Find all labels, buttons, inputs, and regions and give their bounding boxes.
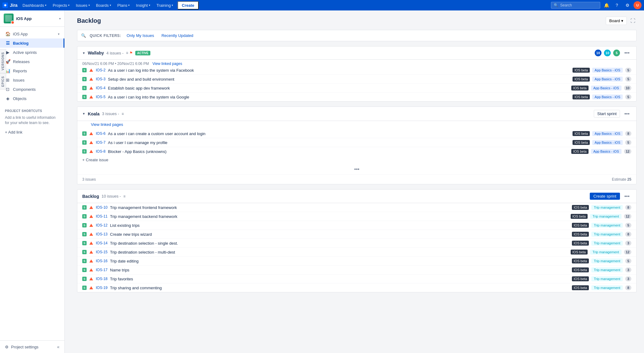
epics-tab[interactable]: EPICS bbox=[0, 73, 6, 90]
search-box[interactable]: 🔍 Search bbox=[551, 2, 600, 9]
issue-row[interactable]: S IOS-13 Create new trips wizard IOS bet… bbox=[77, 230, 636, 239]
sidebar-item-releases[interactable]: 🚀 Releases bbox=[0, 57, 64, 66]
nav-dashboards[interactable]: Dashboards▾ bbox=[20, 2, 49, 9]
issue-key[interactable]: IOS-18 bbox=[96, 277, 108, 281]
board-button[interactable]: Board ▾ bbox=[606, 17, 627, 25]
issue-key[interactable]: IOS-13 bbox=[96, 232, 108, 236]
issue-row[interactable]: S IOS-17 Name trips IOS beta Trip manage… bbox=[77, 266, 636, 275]
flag-icon: ⚑ bbox=[129, 51, 133, 55]
issue-key[interactable]: IOS-11 bbox=[96, 214, 108, 219]
sidebar-item-issues[interactable]: ⊞ Issues bbox=[0, 75, 64, 85]
issue-summary: As a user i can log into the system via … bbox=[108, 95, 570, 99]
ios-beta-tag: IOS beta bbox=[572, 205, 589, 210]
settings-button[interactable]: ⚙ bbox=[623, 1, 632, 10]
issue-row[interactable]: S IOS-7 As i user I can manage my profil… bbox=[77, 138, 636, 147]
notifications-button[interactable]: 🔔 bbox=[602, 1, 611, 10]
issue-key[interactable]: IOS-17 bbox=[96, 268, 108, 272]
issue-key[interactable]: IOS-4 bbox=[96, 86, 105, 90]
add-link-button[interactable]: + Add link bbox=[0, 128, 64, 136]
home-icon: 🏠 bbox=[5, 31, 10, 36]
nav-training[interactable]: Training▾ bbox=[154, 2, 176, 9]
issue-row[interactable]: S IOS-18 Trip favorites IOS beta Trip ma… bbox=[77, 275, 636, 283]
issue-type-icon: S bbox=[82, 268, 87, 272]
sprint-backlog-menu[interactable]: ••• bbox=[622, 193, 631, 200]
issue-type-icon: S bbox=[82, 232, 87, 236]
sprint-wallaby-toggle[interactable]: ▼ bbox=[82, 51, 85, 55]
issue-row[interactable]: S IOS-11 Trip management backend framewo… bbox=[77, 212, 636, 221]
objects-icon: ◈ bbox=[5, 96, 10, 101]
story-points: 12 bbox=[624, 250, 631, 255]
issue-summary: As a user i can create a custom user acc… bbox=[108, 131, 570, 136]
recently-updated-filter[interactable]: Recently Updated bbox=[160, 33, 195, 38]
sidebar-item-active-sprints[interactable]: ▶ Active sprints bbox=[0, 48, 64, 57]
issue-row[interactable]: S IOS-16 Trip date editing IOS beta Trip… bbox=[77, 257, 636, 266]
create-issue-link[interactable]: + Create issue bbox=[77, 156, 636, 164]
sprint-koala-ellipsis[interactable]: ••• bbox=[77, 164, 636, 174]
user-avatar[interactable]: U bbox=[634, 1, 642, 9]
issue-row[interactable]: S IOS-4 Establish basic app dev framewor… bbox=[77, 84, 636, 93]
issue-key[interactable]: IOS-19 bbox=[96, 286, 108, 290]
nav-insight[interactable]: Insight▾ bbox=[133, 2, 153, 9]
nav-plans[interactable]: Plans▾ bbox=[115, 2, 132, 9]
issue-summary: Trip management frontend framework bbox=[110, 205, 569, 210]
issue-row[interactable]: S IOS-12 List existing trips IOS beta Tr… bbox=[77, 221, 636, 230]
issue-row[interactable]: S IOS-2 As a user i can log into the sys… bbox=[77, 66, 636, 75]
ios-beta-tag: IOS beta bbox=[571, 149, 588, 154]
sprint-wallaby-menu[interactable]: ••• bbox=[622, 50, 631, 56]
sidebar-item-objects[interactable]: ◈ Objects bbox=[0, 94, 64, 103]
issue-row[interactable]: S IOS-6 As a user i can create a custom … bbox=[77, 129, 636, 138]
help-button[interactable]: ? bbox=[613, 1, 621, 10]
project-settings-link[interactable]: ⚙ Project settings « bbox=[0, 340, 64, 353]
ios-beta-tag: IOS beta bbox=[571, 250, 588, 255]
issue-right: IOS beta Trip management 3 bbox=[572, 267, 631, 272]
nav-issues[interactable]: Issues▾ bbox=[73, 2, 92, 9]
sprint-koala-issues: S IOS-6 As a user i can create a custom … bbox=[77, 129, 636, 156]
jira-logo[interactable]: Jira bbox=[2, 2, 18, 8]
issue-key[interactable]: IOS-12 bbox=[96, 223, 108, 227]
collapse-icon[interactable]: « bbox=[57, 344, 59, 349]
nav-projects[interactable]: Projects▾ bbox=[50, 2, 72, 9]
issue-type-icon: S bbox=[82, 286, 87, 290]
issue-row[interactable]: S IOS-19 Trip sharing and commenting IOS… bbox=[77, 283, 636, 292]
story-points: 8 bbox=[625, 131, 631, 136]
sprint-koala-right: Start sprint ••• bbox=[594, 110, 631, 118]
issue-key[interactable]: IOS-14 bbox=[96, 241, 108, 245]
issue-row[interactable]: S IOS-14 Trip destination selection - si… bbox=[77, 239, 636, 248]
view-linked-pages-koala[interactable]: View linked pages bbox=[91, 122, 123, 127]
versions-tab[interactable]: VERSIONS bbox=[0, 49, 6, 73]
start-sprint-button[interactable]: Start sprint bbox=[594, 110, 620, 118]
project-header[interactable]: iOS App ▾ bbox=[0, 10, 64, 27]
fullscreen-button[interactable]: ⛶ bbox=[629, 17, 637, 25]
issue-row[interactable]: S IOS-15 Trip destination selection - mu… bbox=[77, 248, 636, 257]
sidebar-item-components[interactable]: ⊡ Components bbox=[0, 85, 64, 94]
issue-key[interactable]: IOS-15 bbox=[96, 250, 108, 254]
create-button[interactable]: Create bbox=[177, 1, 198, 10]
issue-key[interactable]: IOS-6 bbox=[96, 131, 105, 136]
issue-key[interactable]: IOS-5 bbox=[96, 95, 105, 99]
story-points: 12 bbox=[624, 149, 631, 154]
sidebar-item-ios-app[interactable]: 🏠 iOS App ▾ bbox=[0, 29, 64, 38]
issue-priority-icon bbox=[89, 140, 93, 145]
story-points: 3 bbox=[625, 267, 631, 272]
issue-key[interactable]: IOS-7 bbox=[96, 140, 105, 145]
issue-row[interactable]: S IOS-8 Blocker - App Basics (unknowns) … bbox=[77, 147, 636, 156]
sidebar-item-reports[interactable]: 📊 Reports bbox=[0, 66, 64, 75]
issue-row[interactable]: S IOS-5 As a user i can log into the sys… bbox=[77, 93, 636, 101]
sprint-koala-menu[interactable]: ••• bbox=[622, 110, 631, 117]
issue-row[interactable]: S IOS-3 Setup dev and and build environm… bbox=[77, 75, 636, 84]
issue-key[interactable]: IOS-3 bbox=[96, 77, 105, 81]
only-my-issues-filter[interactable]: Only My Issues bbox=[125, 33, 156, 38]
sidebar-item-backlog[interactable]: ☰ Backlog bbox=[0, 38, 64, 48]
create-sprint-button[interactable]: Create sprint bbox=[590, 193, 620, 200]
issue-key[interactable]: IOS-16 bbox=[96, 259, 108, 263]
ios-beta-tag: IOS beta bbox=[573, 140, 589, 145]
nav-boards[interactable]: Boards▾ bbox=[94, 2, 114, 9]
shortcuts-description: Add a link to useful information for you… bbox=[0, 114, 64, 128]
issue-row[interactable]: S IOS-10 Trip management frontend framew… bbox=[77, 203, 636, 212]
view-linked-pages-link[interactable]: View linked pages bbox=[153, 62, 182, 66]
epic-tag: Trip management bbox=[591, 223, 623, 228]
issue-key[interactable]: IOS-2 bbox=[96, 68, 105, 72]
issue-key[interactable]: IOS-10 bbox=[96, 205, 108, 210]
issue-key[interactable]: IOS-8 bbox=[96, 149, 105, 154]
sprint-koala-toggle[interactable]: ▼ bbox=[82, 112, 85, 115]
